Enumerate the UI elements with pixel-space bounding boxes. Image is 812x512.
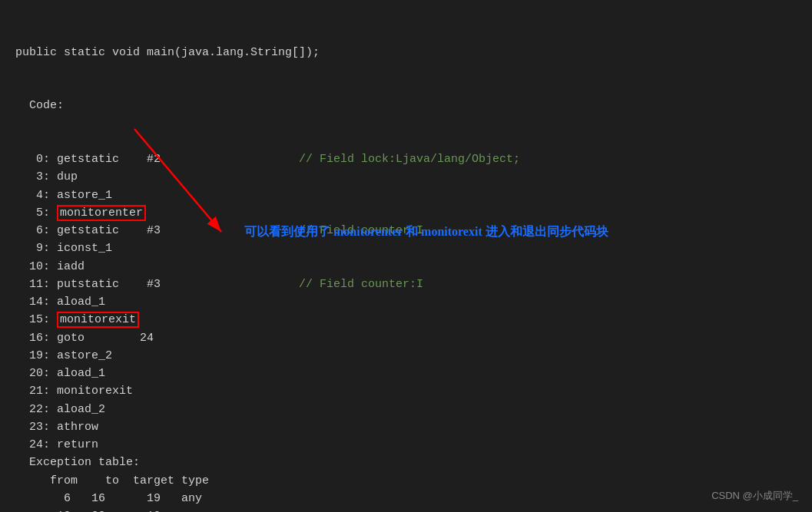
highlighted-instr: monitorexit [57, 312, 139, 328]
instr-text: 19: astore_2 [15, 349, 112, 362]
annotation-text: 可以看到使用了 monitorenter 和 monitorexit 进入和退出… [244, 224, 608, 240]
code-line-0: 0: getstatic #2 // Field lock:Ljava/lang… [15, 150, 797, 168]
code-line-15: 23: athrow [15, 418, 797, 436]
line-num: 15: [15, 313, 57, 326]
code-line-6: 10: iadd [15, 258, 797, 276]
instr-text: 16: goto 24 [15, 332, 154, 345]
code-line-5: 9: iconst_1 [15, 239, 797, 257]
instr-text: 4: astore_1 [15, 189, 112, 202]
instr-text: 21: monitorexit [15, 385, 133, 398]
line-num: 5: [15, 206, 57, 220]
instr-text: 0: getstatic #2 [15, 153, 161, 166]
exception-row-0: 6 16 19 any [15, 490, 797, 507]
instr-text: 3: dup [15, 170, 78, 183]
instr-text: 11: putstatic #3 [15, 278, 161, 291]
code-line-13: 21: monitorexit [15, 382, 797, 400]
instr-text: 22: aload_2 [15, 403, 105, 416]
exception-table-header: from to target type [15, 472, 797, 490]
code-line-11: 19: astore_2 [15, 347, 797, 365]
instr-text: 10: iadd [15, 260, 85, 273]
watermark: CSDN @小成同学_ [711, 489, 798, 503]
code-line-2: 4: astore_1 [15, 187, 797, 204]
line-comment: // Field lock:Ljava/lang/Object; [161, 153, 520, 166]
exception-row-1: 19 22 19 any [15, 507, 797, 512]
code-label: Code: [15, 97, 797, 114]
line-comment: // Field counter:I [161, 278, 423, 291]
code-line-9: 15: monitorexit [15, 311, 797, 329]
code-line-7: 11: putstatic #3 // Field counter:I [15, 276, 797, 293]
instr-text: 23: athrow [15, 421, 98, 434]
instr-text: 9: iconst_1 [15, 242, 112, 255]
highlighted-instr: monitorenter [57, 205, 146, 221]
header-line: public static void main(java.lang.String… [15, 44, 797, 61]
instr-text: 6: getstatic #3 [15, 224, 161, 237]
code-line-10: 16: goto 24 [15, 329, 797, 347]
code-container: public static void main(java.lang.String… [0, 0, 812, 512]
instr-text: 14: aload_1 [15, 296, 105, 309]
instr-text: 20: aload_1 [15, 367, 105, 380]
code-line-16: 24: return [15, 436, 797, 454]
code-line-14: 22: aload_2 [15, 401, 797, 418]
code-line-1: 3: dup [15, 168, 797, 186]
exception-table-label: Exception table: [15, 454, 797, 471]
code-line-3: 5: monitorenter [15, 204, 797, 222]
instr-text: 24: return [15, 438, 98, 451]
code-line-12: 20: aload_1 [15, 365, 797, 382]
code-line-8: 14: aload_1 [15, 293, 797, 311]
